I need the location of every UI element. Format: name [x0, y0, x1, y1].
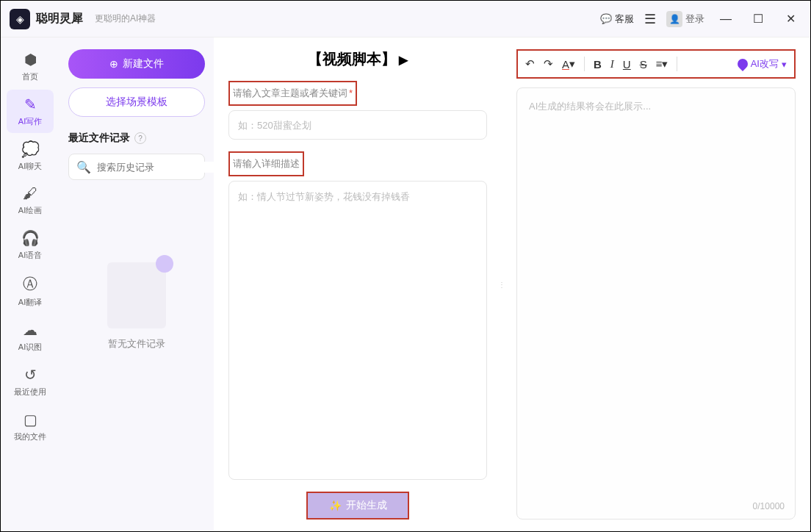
- character-count: 0/10000: [753, 501, 785, 511]
- drop-icon: [735, 57, 750, 71]
- new-file-button[interactable]: ⊕ 新建文件: [68, 49, 205, 79]
- recent-files-header: 最近文件记录 ?: [68, 132, 205, 145]
- separator: [677, 57, 677, 71]
- underline-button[interactable]: U: [623, 58, 631, 71]
- sidebar-label: 首页: [22, 71, 38, 82]
- sidebar-item-recent[interactable]: ↺ 最近使用: [7, 360, 54, 403]
- resize-handle[interactable]: ⋮: [496, 278, 508, 290]
- topic-input[interactable]: [228, 110, 487, 140]
- plus-icon: ⊕: [109, 58, 118, 70]
- help-icon[interactable]: ?: [134, 132, 146, 144]
- login-label: 登录: [685, 12, 704, 26]
- topic-label: 请输入文章主题或者关键词*: [228, 81, 357, 106]
- kefu-label: 客服: [615, 12, 634, 26]
- sparkle-icon: ✨: [329, 500, 342, 511]
- sidebar-label: 最近使用: [14, 387, 46, 398]
- sidebar-label: AI语音: [18, 250, 42, 261]
- italic-button[interactable]: I: [610, 58, 614, 71]
- sidebar-label: AI聊天: [18, 161, 42, 172]
- play-icon[interactable]: ▶: [399, 54, 408, 66]
- app-logo-icon: ◈: [10, 9, 30, 29]
- maximize-button[interactable]: ☐: [747, 8, 769, 30]
- file-icon: ▢: [24, 411, 37, 428]
- empty-state: 暂无文件记录: [68, 262, 205, 351]
- empty-text: 暂无文件记录: [108, 337, 165, 351]
- new-file-label: 新建文件: [123, 57, 164, 71]
- chat-icon: 💭: [21, 140, 40, 158]
- bold-button[interactable]: B: [594, 58, 602, 71]
- translate-icon: Ⓐ: [23, 274, 37, 294]
- sidebar-item-paint[interactable]: 🖌 AI绘画: [7, 179, 54, 222]
- pen-icon: ✎: [24, 96, 37, 113]
- output-placeholder: AI生成的结果将会在此展示...: [529, 100, 783, 113]
- chat-icon: 💬: [600, 13, 612, 24]
- generate-label: 开始生成: [346, 499, 387, 512]
- sidebar-item-voice[interactable]: 🎧 AI语音: [7, 223, 54, 267]
- sidebar-label: AI绘画: [18, 205, 42, 216]
- avatar-icon: 👤: [666, 11, 682, 27]
- close-button[interactable]: ✕: [779, 8, 801, 30]
- app-subtitle: 更聪明的AI神器: [95, 12, 156, 25]
- required-mark: *: [349, 87, 353, 98]
- sidebar-item-translate[interactable]: Ⓐ AI翻译: [7, 268, 54, 314]
- sidebar-label: 我的文件: [14, 431, 46, 442]
- topic-label-text: 请输入文章主题或者关键词: [233, 87, 347, 98]
- sidebar-item-files[interactable]: ▢ 我的文件: [7, 405, 54, 448]
- output-area[interactable]: AI生成的结果将会在此展示... 0/10000: [516, 87, 796, 520]
- description-label: 请输入详细描述: [228, 151, 304, 176]
- center-panel: 【视频脚本】▶ 请输入文章主题或者关键词* 请输入详细描述 ✨ 开始生成 ⋮: [214, 37, 502, 531]
- redo-button[interactable]: ↷: [544, 57, 553, 71]
- sidebar-item-home[interactable]: ⬢ 首页: [7, 45, 54, 88]
- brush-icon: 🖌: [23, 185, 37, 202]
- sidebar-item-image[interactable]: ☁ AI识图: [7, 315, 54, 359]
- empty-illustration-icon: [107, 262, 166, 328]
- undo-button[interactable]: ↶: [525, 57, 535, 71]
- headphone-icon: 🎧: [21, 229, 40, 247]
- editor-toolbar: ↶ ↷ A▾ B I U S ≡▾ AI改写 ▾: [516, 49, 796, 79]
- home-icon: ⬢: [24, 51, 37, 68]
- align-button[interactable]: ≡▾: [656, 57, 668, 71]
- separator: [584, 57, 585, 71]
- minimize-button[interactable]: —: [715, 8, 737, 30]
- sidebar-item-writing[interactable]: ✎ AI写作: [7, 90, 54, 133]
- description-textarea[interactable]: [228, 181, 487, 480]
- page-title: 【视频脚本】▶: [228, 49, 487, 69]
- logo: ◈ 聪明灵犀 更聪明的AI神器: [10, 9, 156, 29]
- image-icon: ☁: [23, 321, 37, 339]
- hamburger-menu-icon[interactable]: ☰: [644, 11, 656, 27]
- app-name: 聪明灵犀: [36, 11, 83, 26]
- chevron-down-icon: ▾: [782, 59, 787, 70]
- sidebar-label: AI识图: [18, 342, 42, 353]
- customer-service-button[interactable]: 💬 客服: [600, 12, 634, 26]
- strikethrough-button[interactable]: S: [640, 58, 647, 71]
- generate-button[interactable]: ✨ 开始生成: [306, 492, 409, 520]
- sidebar-item-chat[interactable]: 💭 AI聊天: [7, 134, 54, 178]
- font-color-button[interactable]: A▾: [562, 57, 575, 71]
- search-input[interactable]: [97, 162, 220, 173]
- ai-rewrite-button[interactable]: AI改写 ▾: [738, 57, 787, 71]
- clock-icon: ↺: [24, 366, 37, 384]
- right-panel: ↶ ↷ A▾ B I U S ≡▾ AI改写 ▾ AI生成的结果将会在此展示..…: [502, 37, 810, 531]
- template-button[interactable]: 选择场景模板: [68, 87, 205, 117]
- sidebar-label: AI翻译: [18, 297, 42, 308]
- sidebar: ⬢ 首页 ✎ AI写作 💭 AI聊天 🖌 AI绘画 🎧 AI语音 Ⓐ AI翻译 …: [1, 37, 60, 531]
- title-text: 【视频脚本】: [308, 51, 396, 67]
- login-button[interactable]: 👤 登录: [666, 11, 704, 27]
- search-box[interactable]: 🔍: [68, 154, 205, 180]
- search-icon: 🔍: [76, 160, 91, 174]
- left-panel: ⊕ 新建文件 选择场景模板 最近文件记录 ? 🔍 暂无文件记录: [60, 37, 214, 531]
- recent-title: 最近文件记录: [68, 132, 130, 145]
- titlebar: ◈ 聪明灵犀 更聪明的AI神器 💬 客服 ☰ 👤 登录 — ☐ ✕: [1, 1, 810, 37]
- sidebar-label: AI写作: [18, 116, 42, 127]
- ai-rewrite-label: AI改写: [751, 57, 779, 71]
